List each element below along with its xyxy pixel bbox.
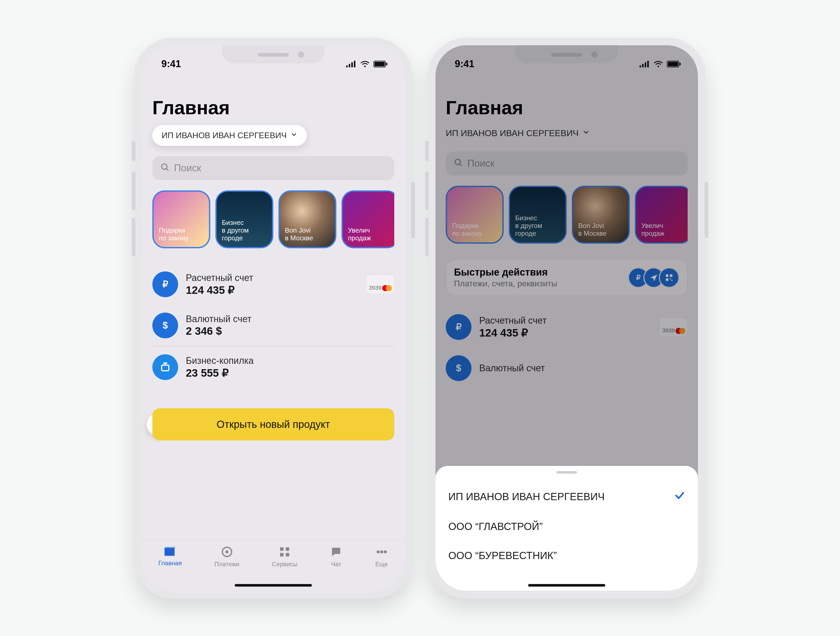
phone-sheet: 9:41 Главная ИП ИВАНОВ ИВАН СЕРГЕЕ — [428, 38, 706, 598]
svg-rect-17 — [280, 547, 284, 551]
account-label: Расчетный счет — [186, 273, 358, 283]
svg-rect-18 — [286, 547, 289, 551]
home-indicator[interactable] — [235, 584, 312, 587]
tab-bar: Главная Платежи Сервисы Чат Еще — [142, 539, 404, 591]
svg-rect-6 — [374, 62, 385, 66]
cellular-icon — [346, 61, 357, 68]
tab-home[interactable]: Главная — [158, 546, 182, 567]
check-icon — [674, 490, 685, 503]
story-card[interactable]: Bon Jovi в Москве — [278, 190, 336, 248]
account-balance: 2 346 $ — [186, 325, 394, 337]
svg-rect-3 — [354, 61, 355, 68]
status-time: 9:41 — [161, 58, 181, 69]
org-option[interactable]: ИП ИВАНОВ ИВАН СЕРГЕЕВИЧ — [448, 481, 685, 512]
tab-payments[interactable]: Платежи — [215, 546, 239, 568]
account-label: Бизнес-копилка — [186, 355, 394, 366]
account-row[interactable]: ₽ Расчетный счет 124 435 ₽ 3939 — [152, 264, 394, 305]
story-card[interactable]: Подарки по закону — [152, 190, 210, 248]
search-icon — [160, 163, 169, 174]
account-row[interactable]: $ Валютный счет 2 346 $ — [152, 305, 394, 346]
org-picker-sheet: ИП ИВАНОВ ИВАН СЕРГЕЕВИЧ ООО “ГЛАВСТРОЙ”… — [436, 466, 698, 591]
story-card[interactable]: Увелич продаж — [341, 190, 394, 248]
mastercard-icon — [382, 285, 392, 291]
svg-rect-19 — [280, 553, 284, 557]
story-card[interactable]: Бизнес в другом городе — [215, 190, 273, 248]
svg-text:$: $ — [163, 320, 168, 331]
svg-rect-20 — [286, 553, 289, 557]
accounts-list: ₽ Расчетный счет 124 435 ₽ 3939 — [152, 264, 394, 388]
open-product-label: Открыть новый продукт — [217, 418, 330, 430]
screen-sheet: 9:41 Главная ИП ИВАНОВ ИВАН СЕРГЕЕ — [436, 45, 698, 591]
card-last4: 3939 — [369, 284, 381, 291]
tab-more[interactable]: Еще — [375, 546, 388, 568]
org-selector[interactable]: ИП ИВАНОВ ИВАН СЕРГЕЕВИЧ — [152, 125, 307, 146]
svg-line-9 — [166, 169, 168, 170]
linked-card[interactable]: 3939 — [366, 275, 394, 294]
tab-services[interactable]: Сервисы — [272, 546, 297, 568]
svg-rect-7 — [386, 63, 387, 65]
svg-rect-1 — [349, 64, 350, 68]
org-option-label: ИП ИВАНОВ ИВАН СЕРГЕЕВИЧ — [448, 491, 605, 502]
sheet-grip[interactable] — [556, 471, 577, 473]
dollar-icon: $ — [152, 312, 178, 338]
org-option[interactable]: ООО “ГЛАВСТРОЙ” — [448, 512, 685, 541]
open-product-button[interactable]: Открыть новый продукт — [152, 408, 394, 440]
tab-chat[interactable]: Чат — [330, 546, 342, 568]
chevron-down-icon — [290, 131, 297, 140]
ruble-icon: ₽ — [152, 271, 178, 297]
org-option-label: ООО “БУРЕВЕСТНИК” — [448, 550, 557, 561]
battery-icon — [373, 61, 388, 68]
svg-rect-12 — [162, 365, 169, 371]
page-title: Главная — [152, 97, 394, 118]
account-balance: 124 435 ₽ — [186, 284, 358, 297]
screen-main: 9:41 Главная ИП ИВАНОВ ИВАН СЕРГЕЕ — [142, 45, 404, 591]
svg-rect-0 — [346, 65, 348, 68]
home-indicator[interactable] — [528, 584, 605, 587]
org-option[interactable]: ООО “БУРЕВЕСТНИК” — [448, 541, 685, 570]
account-label: Валютный счет — [186, 314, 394, 324]
svg-point-4 — [364, 66, 366, 67]
svg-point-21 — [376, 550, 380, 553]
notch — [222, 45, 325, 63]
svg-point-16 — [226, 550, 229, 553]
svg-rect-2 — [351, 62, 353, 68]
mockup-canvas: 9:41 Главная ИП ИВАНОВ ИВАН СЕРГЕЕ — [0, 0, 840, 636]
search-placeholder: Поиск — [174, 163, 201, 174]
search-input[interactable]: Поиск — [152, 156, 394, 180]
account-balance: 23 555 ₽ — [186, 367, 394, 379]
stories-row[interactable]: Подарки по закону Бизнес в другом городе… — [152, 190, 394, 248]
wifi-icon — [360, 61, 370, 68]
piggy-icon — [152, 354, 178, 380]
svg-point-22 — [380, 550, 383, 553]
account-row[interactable]: Бизнес-копилка 23 555 ₽ — [152, 347, 394, 388]
phone-main: 9:41 Главная ИП ИВАНОВ ИВАН СЕРГЕЕ — [134, 38, 412, 598]
org-option-label: ООО “ГЛАВСТРОЙ” — [448, 521, 543, 532]
svg-text:₽: ₽ — [163, 279, 168, 289]
svg-point-23 — [384, 550, 387, 553]
org-selector-label: ИП ИВАНОВ ИВАН СЕРГЕЕВИЧ — [162, 131, 287, 140]
